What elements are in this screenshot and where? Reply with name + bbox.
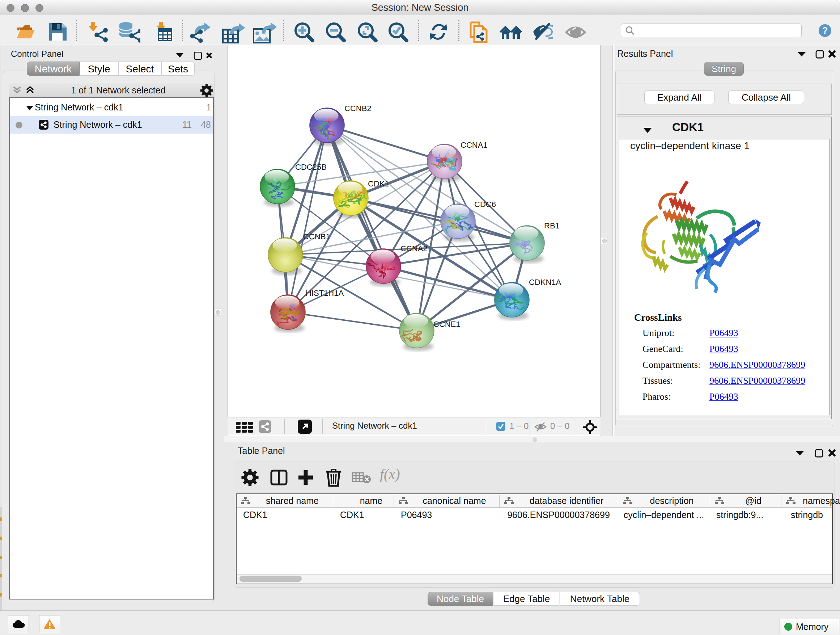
- svg-text:CDC6: CDC6: [474, 200, 496, 209]
- svg-text:CCNE1: CCNE1: [433, 320, 461, 329]
- svg-text:RB1: RB1: [544, 221, 560, 230]
- svg-text:CDC25B: CDC25B: [295, 163, 327, 172]
- svg-text:CDKN1A: CDKN1A: [529, 278, 561, 287]
- svg-text:CDK1: CDK1: [368, 179, 389, 188]
- svg-text:CCNA1: CCNA1: [461, 141, 488, 149]
- svg-text:CCNB2: CCNB2: [344, 104, 371, 113]
- svg-text:CCNB1: CCNB1: [303, 232, 330, 241]
- svg-text:HIST1H1A: HIST1H1A: [306, 288, 344, 298]
- svg-text:CCNA2: CCNA2: [401, 244, 428, 253]
